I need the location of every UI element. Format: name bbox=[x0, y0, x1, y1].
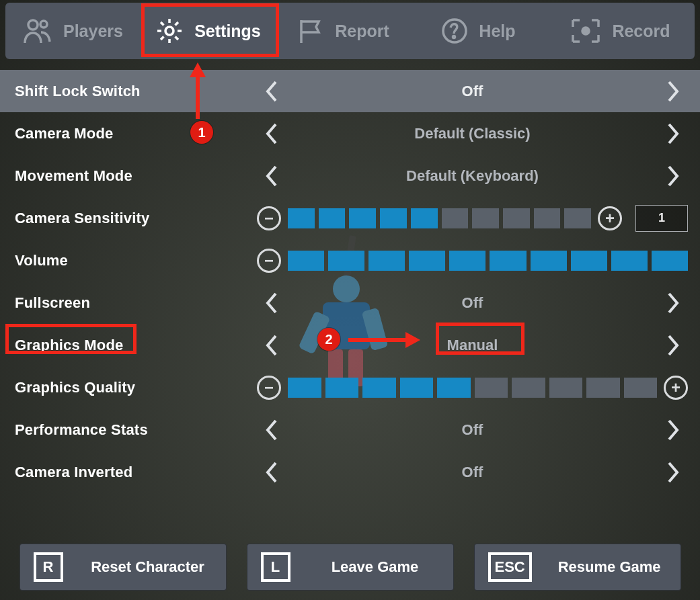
button-label: Resume Game bbox=[552, 558, 667, 576]
button-label: Leave Game bbox=[311, 558, 440, 576]
next-arrow[interactable] bbox=[658, 161, 688, 191]
next-arrow[interactable] bbox=[658, 288, 688, 318]
sensitivity-value-input[interactable]: 1 bbox=[635, 205, 688, 232]
minus-button[interactable]: − bbox=[257, 206, 281, 230]
keycap: ESC bbox=[488, 552, 532, 582]
tab-settings[interactable]: Settings bbox=[141, 3, 276, 59]
row-movement-mode: Movement Mode Default (Keyboard) bbox=[0, 155, 700, 197]
setting-value: Manual bbox=[286, 337, 658, 354]
row-shift-lock: Shift Lock Switch Off bbox=[0, 70, 700, 112]
svg-point-0 bbox=[28, 20, 38, 30]
svg-point-2 bbox=[165, 27, 173, 35]
tab-label: Players bbox=[63, 22, 123, 41]
row-performance-stats: Performance Stats Off bbox=[0, 409, 700, 451]
setting-label: Graphics Quality bbox=[15, 379, 257, 396]
setting-value: Off bbox=[286, 421, 658, 439]
prev-arrow[interactable] bbox=[257, 458, 286, 487]
prev-arrow[interactable] bbox=[257, 331, 286, 360]
next-arrow[interactable] bbox=[658, 415, 688, 445]
plus-button[interactable]: + bbox=[664, 376, 688, 400]
setting-label: Camera Sensitivity bbox=[15, 210, 257, 227]
record-icon bbox=[570, 17, 601, 44]
gear-icon bbox=[155, 17, 184, 45]
footer-buttons: R Reset Character L Leave Game ESC Resum… bbox=[0, 544, 700, 591]
setting-value: Off bbox=[286, 294, 658, 312]
svg-point-1 bbox=[40, 21, 47, 28]
keycap: L bbox=[261, 552, 290, 582]
setting-label: Shift Lock Switch bbox=[15, 83, 257, 100]
tab-record[interactable]: Record bbox=[546, 3, 695, 59]
row-camera-mode: Camera Mode Default (Classic) bbox=[0, 112, 700, 155]
resume-game-button[interactable]: ESC Resume Game bbox=[474, 544, 681, 591]
next-arrow[interactable] bbox=[658, 77, 688, 106]
settings-list: Shift Lock Switch Off Camera Mode Defaul… bbox=[0, 70, 700, 493]
minus-button[interactable]: − bbox=[257, 249, 281, 273]
plus-button[interactable]: + bbox=[598, 206, 622, 230]
tab-label: Report bbox=[335, 22, 389, 41]
tab-help[interactable]: Help bbox=[411, 3, 546, 59]
minus-button[interactable]: − bbox=[257, 376, 281, 400]
flag-icon bbox=[297, 17, 324, 44]
setting-label: Performance Stats bbox=[15, 421, 257, 439]
keycap: R bbox=[34, 552, 63, 582]
svg-point-5 bbox=[582, 28, 589, 34]
button-label: Reset Character bbox=[83, 558, 212, 576]
setting-label: Graphics Mode bbox=[15, 337, 257, 354]
next-arrow[interactable] bbox=[658, 119, 688, 148]
help-icon bbox=[441, 17, 468, 44]
tab-players[interactable]: Players bbox=[5, 3, 141, 59]
next-arrow[interactable] bbox=[658, 331, 688, 360]
prev-arrow[interactable] bbox=[257, 161, 286, 191]
setting-label: Volume bbox=[15, 252, 257, 269]
tab-label: Settings bbox=[194, 22, 261, 41]
prev-arrow[interactable] bbox=[257, 288, 286, 318]
tab-report[interactable]: Report bbox=[276, 3, 411, 59]
tab-bar: Players Settings Report Help bbox=[5, 3, 695, 59]
setting-label: Camera Mode bbox=[15, 125, 257, 142]
row-graphics-quality: Graphics Quality − + bbox=[0, 366, 700, 409]
slider-track[interactable] bbox=[288, 378, 657, 398]
next-arrow[interactable] bbox=[658, 458, 688, 487]
slider-track[interactable] bbox=[288, 251, 688, 271]
players-icon bbox=[23, 17, 52, 44]
setting-label: Camera Inverted bbox=[15, 464, 257, 481]
setting-value: Default (Classic) bbox=[286, 125, 658, 142]
row-fullscreen: Fullscreen Off bbox=[0, 282, 700, 324]
row-graphics-mode: Graphics Mode Manual bbox=[0, 324, 700, 366]
setting-value: Off bbox=[286, 464, 658, 481]
row-camera-sensitivity: Camera Sensitivity − + 1 bbox=[0, 197, 700, 239]
setting-value: Off bbox=[286, 83, 658, 100]
setting-value: Default (Keyboard) bbox=[286, 167, 658, 185]
slider-track[interactable] bbox=[288, 208, 591, 228]
prev-arrow[interactable] bbox=[257, 119, 286, 148]
tab-label: Record bbox=[612, 22, 670, 41]
reset-character-button[interactable]: R Reset Character bbox=[20, 544, 227, 591]
prev-arrow[interactable] bbox=[257, 415, 286, 445]
leave-game-button[interactable]: L Leave Game bbox=[247, 544, 454, 591]
row-camera-inverted: Camera Inverted Off bbox=[0, 451, 700, 493]
row-volume: Volume − bbox=[0, 239, 700, 282]
svg-point-4 bbox=[453, 36, 455, 38]
setting-label: Fullscreen bbox=[15, 294, 257, 312]
setting-label: Movement Mode bbox=[15, 167, 257, 185]
prev-arrow[interactable] bbox=[257, 77, 286, 106]
tab-label: Help bbox=[479, 22, 515, 41]
